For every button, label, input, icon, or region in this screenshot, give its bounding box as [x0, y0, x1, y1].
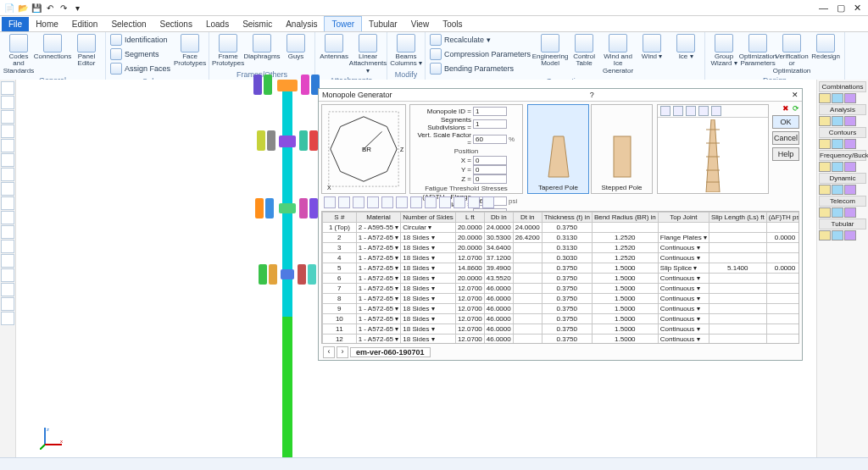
help-button[interactable]: Help: [772, 147, 799, 161]
table-cell[interactable]: Flange Plates ▾: [658, 233, 709, 243]
table-cell[interactable]: 1.5000: [592, 263, 658, 274]
table-cell[interactable]: [513, 304, 542, 314]
face-prototypes[interactable]: Face Prototypes: [174, 33, 206, 76]
compression-parameters[interactable]: Compression Parameters: [428, 47, 532, 62]
gt-9[interactable]: [439, 196, 451, 208]
table-cell[interactable]: [513, 294, 542, 304]
qat-open-icon[interactable]: 📂: [17, 2, 29, 14]
table-cell[interactable]: [766, 294, 799, 304]
dock-frequency-buck-[interactable]: Frequency/Buck.: [819, 150, 866, 161]
gt-4[interactable]: [367, 196, 379, 208]
table-cell[interactable]: 1 - A572-65 ▾: [356, 243, 401, 253]
table-cell[interactable]: 1 - A572-65 ▾: [356, 284, 401, 294]
dock-contours[interactable]: Contours: [819, 127, 866, 138]
table-cell[interactable]: 46.0000: [484, 294, 513, 304]
bending-parameters[interactable]: Bending Parameters: [428, 62, 532, 76]
pv-tool-2[interactable]: [673, 106, 683, 116]
dropdown-icon[interactable]: ▾: [693, 264, 697, 272]
tab-edition[interactable]: Edition: [65, 17, 105, 31]
dock-tubular[interactable]: Tubular: [819, 218, 866, 229]
table-cell[interactable]: 1 - A572-65 ▾: [356, 304, 401, 314]
gt-2[interactable]: [338, 196, 350, 208]
table-row[interactable]: 31 - A572-65 ▾18 Sides ▾20.000034.64000.…: [323, 243, 800, 253]
gt-12[interactable]: [482, 196, 494, 208]
table-cell[interactable]: Continuous ▾: [658, 335, 709, 345]
dropdown-icon[interactable]: ▾: [431, 315, 435, 323]
dropdown-icon[interactable]: ▾: [395, 305, 398, 312]
dock-analysis[interactable]: Analysis: [819, 104, 866, 115]
identification[interactable]: Identification: [108, 33, 172, 47]
table-cell[interactable]: Continuous ▾: [658, 324, 709, 335]
dock-swatch[interactable]: [844, 207, 856, 218]
table-cell[interactable]: [513, 335, 542, 345]
document-name[interactable]: em-ver-060-190701: [350, 347, 431, 357]
table-cell[interactable]: 1.2520: [592, 253, 658, 263]
tab-loads[interactable]: Loads: [199, 17, 236, 31]
dock-swatch[interactable]: [819, 93, 831, 103]
table-row[interactable]: 1 (Top)2 - A595-55 ▾Circular ▾20.000024.…: [323, 223, 800, 233]
dropdown-icon[interactable]: ▾: [431, 274, 435, 282]
table-cell[interactable]: 7: [323, 284, 357, 294]
table-cell[interactable]: 18 Sides ▾: [401, 274, 456, 284]
pos-z-field[interactable]: 0: [473, 174, 507, 184]
dock-swatch[interactable]: [844, 139, 856, 149]
table-cell[interactable]: [766, 314, 799, 324]
dock-swatch[interactable]: [819, 162, 831, 172]
dropdown-icon[interactable]: ▾: [431, 285, 435, 292]
dropdown-icon[interactable]: ▾: [395, 254, 398, 262]
table-cell[interactable]: 12.0700: [455, 324, 484, 335]
segments[interactable]: Segments: [108, 47, 172, 62]
table-row[interactable]: 91 - A572-65 ▾18 Sides ▾12.070046.00000.…: [323, 304, 800, 314]
table-cell[interactable]: [709, 294, 766, 304]
minimize-button[interactable]: —: [819, 3, 828, 14]
table-cell[interactable]: 46.0000: [484, 335, 513, 345]
table-cell[interactable]: 20.0000: [455, 223, 484, 233]
table-cell[interactable]: 18 Sides ▾: [401, 324, 456, 335]
dropdown-icon[interactable]: ▾: [431, 264, 435, 272]
dropdown-icon[interactable]: ▾: [395, 224, 398, 231]
table-cell[interactable]: 1.2520: [592, 243, 658, 253]
table-row[interactable]: 51 - A572-65 ▾18 Sides ▾14.860039.49000.…: [323, 263, 800, 274]
gt-7[interactable]: [410, 196, 422, 208]
antennas[interactable]: Antennas: [318, 33, 350, 75]
table-cell[interactable]: [709, 233, 766, 243]
table-row[interactable]: 21 - A572-65 ▾18 Sides ▾20.000030.530026…: [323, 233, 800, 243]
guys[interactable]: Guys: [280, 33, 312, 69]
lt-11[interactable]: [1, 225, 14, 239]
table-cell[interactable]: 1.5000: [592, 324, 658, 335]
qat-more-icon[interactable]: ▾: [71, 2, 83, 14]
dropdown-icon[interactable]: ▾: [431, 244, 435, 252]
lt-14[interactable]: [1, 268, 14, 282]
table-cell[interactable]: 0.3750: [542, 335, 592, 345]
table-cell[interactable]: [766, 335, 799, 345]
dock-swatch[interactable]: [819, 116, 831, 126]
table-cell[interactable]: [766, 223, 799, 233]
table-cell[interactable]: 18 Sides ▾: [401, 335, 456, 345]
dropdown-icon[interactable]: ▾: [395, 274, 398, 282]
table-cell[interactable]: 1.5000: [592, 274, 658, 284]
lt-1[interactable]: [1, 81, 14, 95]
col-header[interactable]: L ft: [455, 213, 484, 223]
table-cell[interactable]: 37.1200: [484, 253, 513, 263]
table-cell[interactable]: 18 Sides ▾: [401, 253, 456, 263]
close-button[interactable]: ✕: [854, 3, 861, 14]
tab-tower[interactable]: Tower: [324, 16, 362, 31]
dropdown-icon[interactable]: ▾: [395, 315, 398, 323]
pos-x-field[interactable]: 0: [473, 156, 507, 165]
table-cell[interactable]: [709, 243, 766, 253]
lt-12[interactable]: [1, 240, 14, 253]
table-cell[interactable]: 26.4200: [513, 233, 542, 243]
segments-table[interactable]: S #MaterialNumber of SidesL ftDb inDt in…: [321, 211, 799, 344]
table-cell[interactable]: 1 - A572-65 ▾: [356, 324, 401, 335]
table-cell[interactable]: 3: [323, 243, 357, 253]
table-cell[interactable]: 1 - A572-65 ▾: [356, 233, 401, 243]
table-cell[interactable]: 14.8600: [455, 263, 484, 274]
gt-3[interactable]: [353, 196, 364, 208]
pv-tool-3[interactable]: [686, 106, 696, 116]
table-cell[interactable]: 5.1400: [709, 263, 766, 274]
dialog-titlebar[interactable]: Monopole Generator ? ✕: [319, 89, 802, 102]
dropdown-icon[interactable]: ▾: [431, 325, 435, 333]
dropdown-icon[interactable]: ▾: [395, 234, 398, 241]
table-cell[interactable]: Continuous ▾: [658, 284, 709, 294]
lt-17[interactable]: [1, 312, 14, 325]
